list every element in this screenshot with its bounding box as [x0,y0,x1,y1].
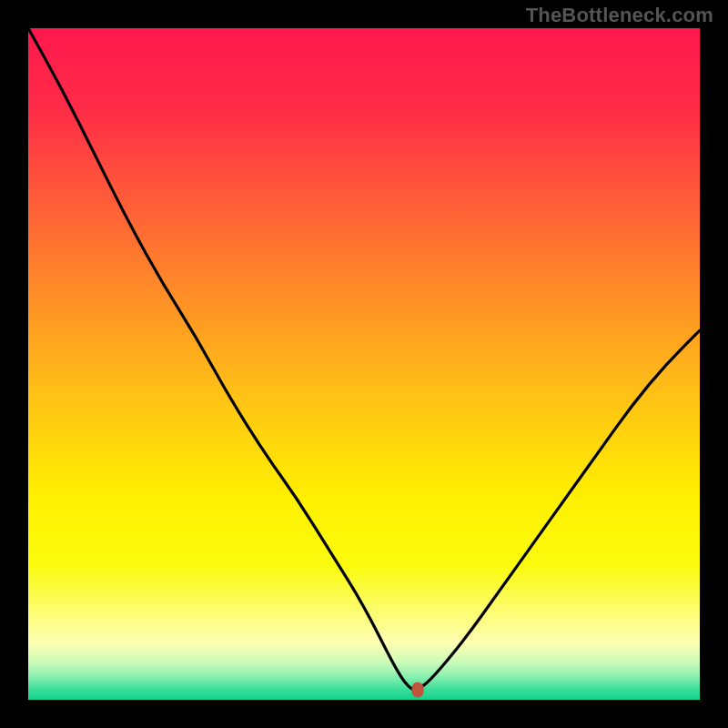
bottleneck-curve [28,28,700,700]
attribution-text: TheBottleneck.com [526,4,713,27]
chart-root: TheBottleneck.com [0,0,728,728]
valley-marker [412,682,424,697]
plot-area [28,28,700,700]
